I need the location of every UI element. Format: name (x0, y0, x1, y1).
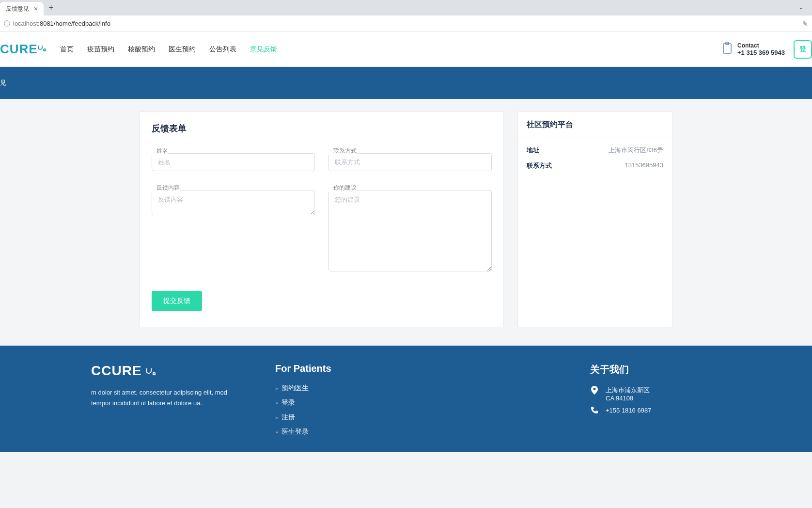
nav-nucleic[interactable]: 核酸预约 (128, 45, 155, 54)
nav-home[interactable]: 首页 (60, 45, 74, 54)
tabs-dropdown-icon[interactable]: ⌄ (798, 4, 803, 11)
url-path: :8081/home/feedback/info (38, 20, 110, 27)
contact-input[interactable] (328, 153, 492, 171)
footer-logo: CCURE (91, 363, 246, 379)
footer-about-title: 关于我们 (590, 363, 716, 376)
clipboard-icon (722, 42, 733, 57)
footer-address-line1: 上海市浦东新区 (606, 386, 650, 395)
name-label: 姓名 (152, 147, 168, 155)
page-banner: 见 (0, 67, 812, 99)
main-nav: 首页 疫苗预约 核酸预约 医生预约 公告列表 意见反馈 (60, 45, 277, 54)
contact-field-label: 联系方式 (328, 147, 357, 155)
url-host: localhost (13, 20, 38, 27)
svg-point-0 (44, 49, 46, 51)
footer-link-book-doctor[interactable]: »预约医生 (275, 384, 459, 393)
side-row-address: 地址 上海市闵行区836弄 (527, 146, 663, 155)
svg-point-3 (153, 372, 155, 374)
name-input[interactable] (152, 153, 315, 171)
chevron-right-icon: » (275, 429, 277, 435)
chevron-right-icon: » (275, 385, 277, 391)
footer-logo-text: CCURE (91, 363, 142, 378)
footer-link-login[interactable]: »登录 (275, 398, 459, 407)
addr-action-icon[interactable]: ✎ (802, 20, 808, 28)
footer-patients-title: For Patients (275, 363, 459, 374)
footer-phone: +155 1816 6987 (606, 407, 651, 414)
suggest-textarea[interactable] (328, 190, 492, 271)
footer-address-line2: CA 94108 (606, 395, 650, 402)
footer-phone-row: +155 1816 6987 (590, 407, 716, 415)
nav-announcement[interactable]: 公告列表 (209, 45, 236, 54)
site-info-icon[interactable]: ⓘ (4, 19, 10, 28)
nav-vaccine[interactable]: 疫苗预约 (87, 45, 114, 54)
chevron-right-icon: » (275, 400, 277, 406)
location-icon (590, 386, 599, 396)
nav-feedback[interactable]: 意见反馈 (250, 45, 277, 54)
footer-patients-list: »预约医生 »登录 »注册 »医生登录 (275, 384, 459, 436)
footer-description: m dolor sit amet, consectetur adipiscing… (91, 387, 246, 409)
nav-doctor[interactable]: 医生预约 (169, 45, 196, 54)
contact-block: Contact +1 315 369 5943 (722, 42, 785, 57)
link-label: 注册 (281, 413, 295, 422)
logo-text: CURE (0, 42, 38, 57)
tab-title: 反馈意见 (6, 5, 29, 13)
chevron-right-icon: » (275, 414, 277, 420)
top-nav: CURE 首页 疫苗预约 核酸预约 医生预约 公告列表 意见反馈 Contact… (0, 32, 812, 67)
svg-rect-1 (723, 44, 731, 53)
footer-link-register[interactable]: »注册 (275, 413, 459, 422)
feedback-form-card: 反馈表单 姓名 联系方式 反馈内容 你的建议 (140, 111, 504, 327)
browser-tab-strip: 反馈意见 × + ⌄ (0, 0, 812, 16)
new-tab-button[interactable]: + (48, 3, 54, 13)
side-row-contact: 联系方式 13153695943 (527, 161, 663, 170)
suggest-label: 你的建议 (328, 184, 357, 192)
stethoscope-icon (38, 45, 47, 53)
login-button[interactable]: 登 (794, 40, 812, 59)
footer-link-doctor-login[interactable]: »医生登录 (275, 428, 459, 436)
link-label: 医生登录 (281, 428, 309, 436)
contact-number: +1 315 369 5943 (737, 49, 785, 56)
side-value: 上海市闵行区836弄 (609, 146, 663, 155)
footer: CCURE m dolor sit amet, consectetur adip… (0, 346, 812, 452)
contact-label: Contact (737, 42, 785, 49)
side-key: 地址 (527, 146, 539, 155)
form-title: 反馈表单 (152, 123, 492, 134)
side-key: 联系方式 (527, 161, 552, 170)
phone-icon (590, 407, 599, 415)
address-bar[interactable]: ⓘ localhost:8081/home/feedback/info ✎ (0, 16, 812, 32)
side-value: 13153695943 (625, 161, 663, 170)
site-logo[interactable]: CURE (0, 42, 47, 57)
footer-address-row: 上海市浦东新区 CA 94108 (590, 386, 716, 402)
link-label: 登录 (281, 398, 295, 407)
breadcrumb-fragment: 见 (0, 79, 6, 87)
close-icon[interactable]: × (34, 5, 38, 13)
submit-button[interactable]: 提交反馈 (152, 291, 202, 311)
content-textarea[interactable] (152, 190, 315, 215)
main-content: 反馈表单 姓名 联系方式 反馈内容 你的建议 (0, 99, 812, 346)
link-label: 预约医生 (281, 384, 309, 393)
side-title: 社区预约平台 (518, 112, 672, 138)
browser-tab[interactable]: 反馈意见 × (0, 2, 44, 16)
platform-info-card: 社区预约平台 地址 上海市闵行区836弄 联系方式 13153695943 (517, 111, 672, 327)
content-label: 反馈内容 (152, 184, 180, 192)
